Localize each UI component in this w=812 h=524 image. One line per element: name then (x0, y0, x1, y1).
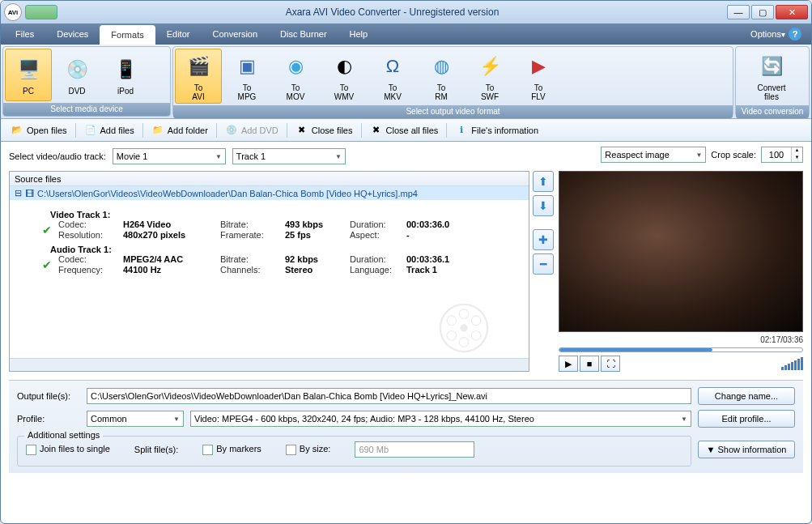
ribbon-group-formats: 🎬To AVI ▣To MPG ◉To MOV ◐To WMV ΩTo MKV … (172, 46, 733, 117)
change-name-button[interactable]: Change name... (698, 387, 795, 405)
video-preview[interactable] (559, 171, 803, 332)
device-pc[interactable]: 🖥️PC (5, 49, 52, 101)
mpg-icon: ▣ (232, 51, 262, 82)
audio-check-icon: ✔ (42, 254, 58, 275)
fullscreen-button[interactable]: ⛶ (601, 356, 620, 372)
menu-options[interactable]: Options▾? (744, 23, 808, 45)
move-down-button[interactable]: ⬇ (533, 195, 554, 216)
move-up-button[interactable]: ⬆ (533, 171, 554, 192)
by-markers-checkbox[interactable]: By markers (202, 444, 261, 455)
app-window: AVi Axara AVI Video Converter - Unregist… (0, 0, 812, 524)
svg-point-6 (447, 331, 457, 341)
format-swf[interactable]: ⚡To SWF (466, 49, 513, 104)
minimize-button[interactable]: — (727, 5, 750, 19)
spin-down[interactable]: ▼ (792, 155, 802, 162)
play-button[interactable]: ▶ (559, 356, 578, 372)
menu-formats[interactable]: Formats (100, 25, 155, 45)
add-files-button[interactable]: 📄Add files (79, 122, 139, 138)
pc-icon: 🖥️ (13, 54, 44, 85)
seek-bar[interactable] (559, 347, 803, 352)
format-mkv[interactable]: ΩTo MKV (369, 49, 416, 104)
wmv-icon: ◐ (329, 51, 359, 82)
track-select[interactable]: Track 1 (232, 148, 346, 164)
audio-track-title: Audio Track 1: (50, 245, 521, 254)
preview-panel: 02:17/03:36 ▶ ■ ⛶ (559, 171, 803, 372)
quick-access-toolbar[interactable] (25, 5, 57, 19)
crop-scale-input[interactable]: ▲▼ (761, 147, 803, 163)
svg-point-4 (471, 331, 481, 341)
close-files-button[interactable]: ✖Close files (291, 122, 358, 138)
convert-icon: 🔄 (756, 51, 787, 82)
menu-editor[interactable]: Editor (155, 23, 202, 45)
film-icon: 🎞 (25, 189, 34, 198)
file-toolbar: 📂Open files 📄Add files 📁Add folder 💿Add … (1, 119, 811, 142)
format-mpg[interactable]: ▣To MPG (223, 49, 270, 104)
profile-name-select[interactable]: Common (87, 411, 184, 427)
profile-desc-select[interactable]: Video: MPEG4 - 600 kbps, 320x240, 24 fps… (190, 411, 691, 427)
menu-devices[interactable]: Devices (45, 23, 100, 45)
close-all-button[interactable]: ✖Close all files (365, 122, 444, 138)
horizontal-scrollbar[interactable] (10, 358, 529, 371)
video-track-title: Video Track 1: (50, 210, 521, 219)
collapse-icon[interactable]: ⊟ (15, 188, 22, 198)
by-size-checkbox[interactable]: By size: (286, 444, 331, 455)
ribbon-group-devices: 🖥️PC 💿DVD 📱iPod Select media device (2, 46, 171, 117)
maximize-button[interactable]: ▢ (751, 5, 774, 19)
dvd-add-icon: 💿 (225, 124, 238, 137)
menu-help[interactable]: Help (338, 23, 380, 45)
add-button[interactable]: ✚ (533, 229, 554, 250)
help-icon[interactable]: ? (789, 28, 801, 40)
output-file-input[interactable] (87, 388, 691, 404)
window-title: Axara AVI Video Converter - Unregistered… (57, 6, 727, 18)
svg-point-1 (460, 324, 467, 331)
device-dvd[interactable]: 💿DVD (53, 49, 100, 101)
split-size-input (355, 441, 474, 458)
crop-scale-label: Crop scale: (711, 150, 756, 160)
source-file-row[interactable]: ⊟ 🎞 C:\Users\OlenGor\Videos\VideoWebDown… (10, 186, 529, 200)
rm-icon: ◍ (426, 51, 457, 82)
remove-button[interactable]: ━ (533, 253, 554, 275)
menubar: Files Devices Formats Editor Conversion … (1, 23, 811, 45)
ribbon-group-convert: 🔄Convert files Video conversion (735, 46, 810, 117)
svg-point-7 (447, 316, 457, 326)
info-icon: ℹ (455, 124, 468, 137)
convert-button[interactable]: 🔄Convert files (738, 49, 806, 104)
movie-select[interactable]: Movie 1 (113, 148, 226, 164)
file-info-button[interactable]: ℹFile's information (450, 122, 543, 138)
menu-files[interactable]: Files (4, 23, 45, 45)
playback-time: 02:17/03:36 (559, 335, 803, 344)
additional-settings-group: Additional settings Join files to single… (17, 436, 691, 466)
source-files-panel: Source files ⊟ 🎞 C:\Users\OlenGor\Videos… (9, 171, 529, 372)
volume-indicator[interactable] (781, 357, 803, 370)
svg-point-2 (459, 309, 469, 319)
format-rm[interactable]: ◍To RM (418, 49, 465, 104)
show-information-button[interactable]: ▼ Show information (698, 441, 795, 458)
add-dvd-button[interactable]: 💿Add DVD (220, 122, 283, 138)
device-ipod[interactable]: 📱iPod (102, 49, 149, 101)
app-icon: AVi (4, 3, 22, 21)
format-mov[interactable]: ◉To MOV (272, 49, 319, 104)
open-files-button[interactable]: 📂Open files (6, 122, 72, 138)
mkv-icon: Ω (377, 51, 408, 82)
titlebar: AVi Axara AVI Video Converter - Unregist… (1, 1, 811, 23)
close-all-icon: ✖ (370, 124, 383, 137)
add-folder-button[interactable]: 📁Add folder (147, 122, 213, 138)
svg-point-3 (471, 316, 481, 326)
edit-profile-button[interactable]: Edit profile... (698, 410, 795, 428)
close-button[interactable]: ✕ (776, 5, 808, 19)
filmreel-watermark (399, 300, 529, 356)
format-flv[interactable]: ▶To FLV (515, 49, 562, 104)
swf-icon: ⚡ (474, 51, 505, 82)
preview-mode-select[interactable]: Reaspect image (601, 147, 706, 163)
close-file-icon: ✖ (295, 124, 308, 137)
menu-conversion[interactable]: Conversion (201, 23, 269, 45)
stop-button[interactable]: ■ (580, 356, 599, 372)
join-files-checkbox[interactable]: Join files to single (26, 444, 110, 455)
format-wmv[interactable]: ◐To WMV (321, 49, 368, 104)
menu-discburner[interactable]: Disc Burner (269, 23, 338, 45)
spin-up[interactable]: ▲ (792, 147, 802, 155)
video-check-icon: ✔ (42, 219, 58, 240)
flv-icon: ▶ (523, 51, 554, 82)
format-avi[interactable]: 🎬To AVI (175, 49, 222, 104)
svg-point-5 (459, 338, 469, 347)
